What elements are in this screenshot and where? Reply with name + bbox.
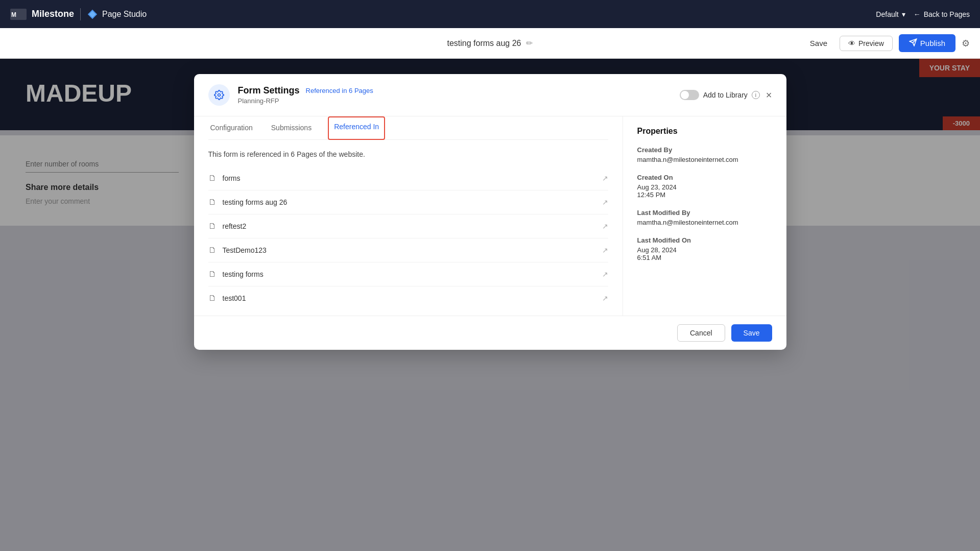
created-on-date: Aug 23, 2024 (637, 183, 772, 191)
page-name: test001 (223, 294, 596, 301)
page-title: testing forms aug 26 (447, 39, 521, 48)
page-content: MADEUP YOUR STAY -3000 Share more detail… (0, 59, 980, 551)
external-link-icon: ↗ (602, 246, 608, 254)
back-to-pages-btn[interactable]: ← Back to Pages (914, 10, 970, 18)
default-dropdown[interactable]: Default ▾ (876, 10, 905, 18)
created-on-label: Created On (637, 174, 772, 181)
top-navigation: M Milestone Page Studio Default ▾ ← Back… (0, 0, 980, 28)
preview-button[interactable]: 👁 Preview (840, 36, 893, 51)
preview-label: Preview (858, 39, 884, 47)
modal-subtitle: Planning-RFP (238, 97, 672, 105)
svg-point-4 (218, 94, 220, 97)
list-item[interactable]: 🗋 testing forms aug 26 ↗ (208, 190, 608, 214)
modal-title: Form Settings (238, 85, 300, 96)
add-to-library-label: Add to Library (703, 91, 748, 99)
modal-close-button[interactable]: × (766, 90, 772, 100)
toolbar-title-group: testing forms aug 26 ✏ (447, 38, 533, 48)
back-arrow-icon: ← (914, 10, 921, 18)
created-by-group: Created By mamtha.n@milestoneinternet.co… (637, 146, 772, 163)
list-item[interactable]: 🗋 testing forms ↗ (208, 262, 608, 286)
external-link-icon: ↗ (602, 198, 608, 206)
page-studio-icon (87, 9, 98, 20)
created-on-group: Created On Aug 23, 2024 12:45 PM (637, 174, 772, 199)
reference-description: This form is referenced in 6 Pages of th… (208, 150, 608, 158)
properties-title: Properties (637, 127, 772, 136)
last-modified-on-label: Last Modified On (637, 236, 772, 244)
last-modified-on-time: 6:51 AM (637, 254, 772, 261)
page-studio-label: Page Studio (102, 10, 147, 19)
cancel-button[interactable]: Cancel (677, 324, 725, 342)
tab-configuration[interactable]: Configuration (208, 116, 255, 140)
page-icon: 🗋 (208, 294, 217, 301)
publish-label: Publish (920, 39, 945, 47)
list-item[interactable]: 🗋 forms ↗ (208, 166, 608, 190)
default-label: Default (876, 10, 898, 18)
modal-icon (208, 84, 230, 106)
modal-overlay: Form Settings Referenced in 6 Pages Plan… (0, 59, 980, 551)
toolbar-actions: Save 👁 Preview Publish ⚙ (804, 34, 970, 52)
topnav-right: Default ▾ ← Back to Pages (876, 10, 970, 18)
modal-footer: Cancel Save (194, 316, 786, 350)
preview-icon: 👁 (848, 39, 855, 47)
nav-divider (80, 8, 81, 20)
tab-submissions[interactable]: Submissions (269, 116, 314, 140)
created-on-time: 12:45 PM (637, 191, 772, 199)
page-name: TestDemo123 (223, 246, 596, 254)
modal-main: Configuration Submissions Referenced In … (194, 116, 623, 316)
info-icon[interactable]: i (752, 91, 760, 99)
list-item[interactable]: 🗋 reftest2 ↗ (208, 214, 608, 238)
modal-properties-sidebar: Properties Created By mamtha.n@milestone… (623, 116, 786, 316)
page-name: reftest2 (223, 222, 596, 230)
publish-icon (909, 38, 917, 48)
last-modified-by-group: Last Modified By mamtha.n@milestoneinter… (637, 209, 772, 226)
modal-title-group: Form Settings Referenced in 6 Pages Plan… (238, 85, 672, 105)
created-by-label: Created By (637, 146, 772, 154)
milestone-logo-icon: M (10, 9, 27, 20)
page-icon: 🗋 (208, 270, 217, 279)
publish-button[interactable]: Publish (899, 34, 955, 52)
save-button[interactable]: Save (804, 36, 833, 51)
page-name: testing forms aug 26 (223, 198, 596, 206)
modal-title-row: Form Settings Referenced in 6 Pages (238, 85, 672, 96)
logo-text: Milestone (32, 9, 74, 19)
last-modified-by-value: mamtha.n@milestoneinternet.com (637, 219, 772, 226)
created-by-value: mamtha.n@milestoneinternet.com (637, 156, 772, 163)
settings-button[interactable]: ⚙ (962, 38, 970, 49)
external-link-icon: ↗ (602, 270, 608, 278)
referenced-pages-list: 🗋 forms ↗ 🗋 testing forms aug 26 ↗ 🗋 ref… (208, 166, 608, 301)
add-to-library-toggle[interactable] (680, 90, 699, 100)
last-modified-on-date: Aug 28, 2024 (637, 246, 772, 254)
last-modified-by-label: Last Modified By (637, 209, 772, 217)
modal-header: Form Settings Referenced in 6 Pages Plan… (194, 74, 786, 116)
last-modified-on-group: Last Modified On Aug 28, 2024 6:51 AM (637, 236, 772, 261)
page-icon: 🗋 (208, 222, 217, 231)
page-name: forms (223, 174, 596, 182)
toolbar: testing forms aug 26 ✏ Save 👁 Preview Pu… (0, 28, 980, 59)
page-icon: 🗋 (208, 246, 217, 255)
external-link-icon: ↗ (602, 294, 608, 301)
page-icon: 🗋 (208, 198, 217, 207)
back-to-pages-label: Back to Pages (924, 10, 970, 18)
logo[interactable]: M Milestone (10, 9, 74, 20)
edit-icon[interactable]: ✏ (526, 38, 533, 48)
modal-header-right: Add to Library i × (680, 90, 772, 100)
page-studio-nav: Page Studio (87, 9, 147, 20)
referenced-badge[interactable]: Referenced in 6 Pages (306, 87, 373, 94)
svg-text:M: M (11, 11, 16, 18)
add-to-library-group: Add to Library i (680, 90, 760, 100)
external-link-icon: ↗ (602, 174, 608, 182)
list-item[interactable]: 🗋 TestDemo123 ↗ (208, 238, 608, 262)
list-item[interactable]: 🗋 test001 ↗ (208, 286, 608, 301)
modal-body: Configuration Submissions Referenced In … (194, 116, 786, 316)
form-settings-modal: Form Settings Referenced in 6 Pages Plan… (194, 74, 786, 350)
chevron-down-icon: ▾ (902, 10, 905, 18)
page-icon: 🗋 (208, 174, 217, 183)
page-name: testing forms (223, 270, 596, 278)
save-modal-button[interactable]: Save (731, 324, 772, 342)
external-link-icon: ↗ (602, 222, 608, 230)
modal-tabs: Configuration Submissions Referenced In (208, 116, 608, 140)
tab-referenced-in[interactable]: Referenced In (328, 116, 385, 140)
